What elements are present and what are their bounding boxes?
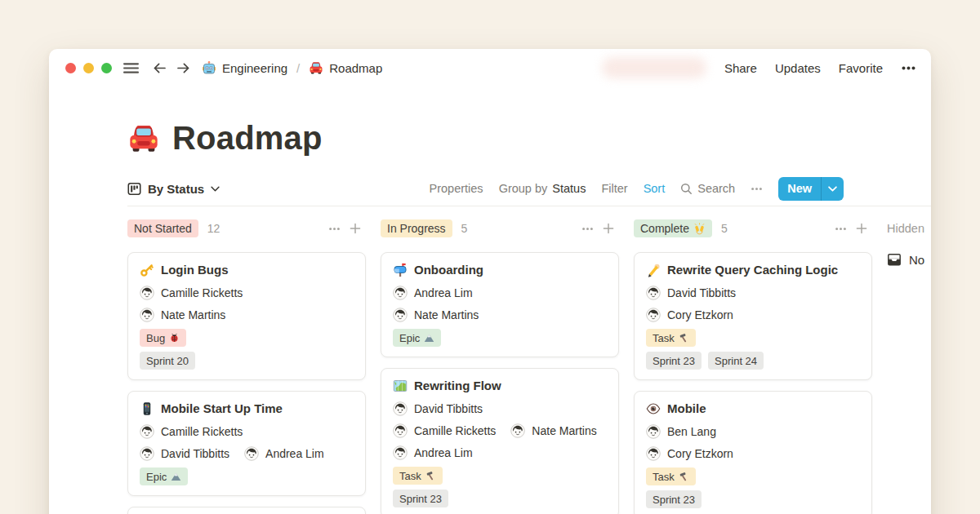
updates-button[interactable]: Updates	[775, 61, 821, 75]
card-person: Cory Etzkorn	[646, 308, 733, 322]
tag-label: Sprint 24	[715, 355, 757, 367]
column-more-button[interactable]	[581, 223, 594, 235]
person-name: Cory Etzkorn	[667, 308, 733, 322]
tag-label: Bug	[146, 332, 165, 344]
tag-label: Epic	[146, 471, 167, 483]
card-people-row: Andrea Lim	[393, 286, 607, 300]
hidden-group-item[interactable]: No	[887, 252, 931, 267]
card-title-text: Mobile Start Up Time	[161, 401, 283, 417]
view-switcher-label: By Status	[148, 182, 204, 196]
column-add-card-button[interactable]	[350, 223, 361, 234]
board-card[interactable]: MobileBen LangCory EtzkornTaskSprint 23	[634, 391, 872, 514]
back-button[interactable]	[152, 60, 167, 76]
column-add-card-button[interactable]	[856, 223, 867, 234]
board-view-icon	[127, 182, 141, 196]
card-title: Login Bugs	[140, 262, 354, 278]
avatar	[646, 308, 661, 322]
tag-badge: Epic	[140, 467, 188, 485]
board-card[interactable]: Rewriting FlowDavid TibbittsCamille Rick…	[381, 368, 619, 514]
group-by-button[interactable]: Group by Status	[499, 182, 586, 195]
column-more-button[interactable]	[835, 223, 847, 235]
column-status-badge[interactable]: In Progress	[381, 219, 452, 237]
card-people-row: Camille RickettsNate Martins	[393, 423, 607, 438]
board-column: In Progress5OnboardingAndrea LimNate Mar…	[381, 218, 619, 514]
column-add-card-button[interactable]	[603, 223, 614, 234]
tag-label: Task	[653, 332, 675, 344]
zoom-window-button[interactable]	[101, 63, 112, 73]
hidden-groups-toggle[interactable]: Hidden	[887, 218, 931, 239]
card-title-text: Rewrite Query Caching Logic	[667, 262, 838, 278]
column-header: Complete5	[634, 218, 872, 239]
group-by-value: Status	[552, 182, 586, 195]
new-button[interactable]: New	[778, 177, 844, 201]
toolbar-more-button[interactable]	[751, 183, 763, 195]
board-card[interactable]: Error Codes	[127, 507, 366, 514]
tag-badge: Task	[646, 329, 696, 347]
tag-label: Sprint 23	[399, 493, 442, 505]
tag-label: Epic	[399, 332, 420, 344]
board-card[interactable]: Mobile Start Up TimeCamille RickettsDavi…	[127, 391, 366, 496]
breadcrumb-page[interactable]: Roadmap	[329, 61, 382, 75]
person-name: Andrea Lim	[414, 286, 473, 300]
card-title-text: Login Bugs	[161, 262, 229, 278]
avatar	[646, 446, 661, 461]
car-icon	[127, 122, 160, 154]
sort-button[interactable]: Sort	[644, 182, 666, 195]
bug-icon	[169, 333, 180, 343]
tag-label: Sprint 23	[653, 494, 695, 506]
card-people-row: David TibbittsAndrea Lim	[140, 446, 354, 461]
tag-badge: Epic	[393, 329, 441, 347]
minimize-window-button[interactable]	[83, 63, 94, 73]
more-options-button[interactable]	[901, 60, 916, 76]
sidebar-menu-button[interactable]	[122, 60, 140, 77]
dots-icon	[328, 223, 341, 235]
card-title: Rewriting Flow	[393, 378, 607, 394]
person-name: Ben Lang	[667, 424, 716, 439]
close-window-button[interactable]	[65, 63, 76, 73]
card-person: Nate Martins	[393, 308, 479, 322]
forward-button[interactable]	[176, 60, 191, 76]
column-header-actions	[835, 223, 867, 235]
view-switcher[interactable]: By Status	[127, 182, 220, 196]
new-button-chevron[interactable]	[822, 177, 844, 201]
ellipsis-icon	[901, 60, 916, 76]
chevron-down-icon	[828, 184, 837, 193]
share-button[interactable]: Share	[724, 61, 757, 75]
person-name: Andrea Lim	[265, 446, 324, 461]
board-card[interactable]: OnboardingAndrea LimNate MartinsEpic	[381, 252, 619, 357]
person-name: Nate Martins	[161, 308, 225, 322]
board-card[interactable]: Login BugsCamille RickettsNate MartinsBu…	[127, 252, 366, 380]
filter-button[interactable]: Filter	[601, 182, 627, 195]
column-header: Not Started12	[127, 218, 366, 239]
tag-badge: Task	[393, 467, 443, 485]
column-status-badge[interactable]: Not Started	[127, 219, 198, 237]
board-card[interactable]: Rewrite Query Caching LogicDavid Tibbitt…	[634, 252, 872, 380]
column-more-button[interactable]	[328, 223, 341, 235]
column-status-badge[interactable]: Complete	[634, 219, 712, 237]
app-window: Engineering / Roadmap Share Updates Favo…	[49, 49, 931, 514]
person-name: Nate Martins	[532, 423, 596, 438]
card-person: Camille Ricketts	[140, 424, 243, 439]
person-name: David Tibbitts	[667, 286, 736, 300]
page-title[interactable]: Roadmap	[172, 117, 323, 158]
traffic-lights	[65, 63, 112, 73]
column-cards: OnboardingAndrea LimNate MartinsEpicRewr…	[381, 252, 619, 514]
hidden-group-label: No	[909, 253, 924, 267]
toolbar-divider	[127, 206, 931, 206]
properties-button[interactable]: Properties	[430, 182, 483, 195]
card-person: Nate Martins	[140, 308, 225, 322]
person-name: Cory Etzkorn	[667, 446, 733, 461]
breadcrumb: Engineering / Roadmap	[202, 60, 382, 75]
card-person: Cory Etzkorn	[646, 446, 733, 461]
kanban-board: Not Started12Login BugsCamille RickettsN…	[127, 218, 931, 514]
favorite-button[interactable]: Favorite	[839, 61, 883, 75]
eye-icon	[646, 401, 661, 416]
board-column: Complete5Rewrite Query Caching LogicDavi…	[634, 218, 872, 514]
breadcrumb-workspace[interactable]: Engineering	[222, 61, 287, 75]
key-icon	[140, 263, 154, 277]
card-tag-row: Sprint 23Sprint 24	[646, 352, 860, 370]
search-button[interactable]: Search	[680, 182, 735, 195]
avatar	[393, 445, 408, 460]
card-people-row: Cory Etzkorn	[646, 308, 860, 322]
card-title: Mobile Start Up Time	[140, 401, 354, 417]
